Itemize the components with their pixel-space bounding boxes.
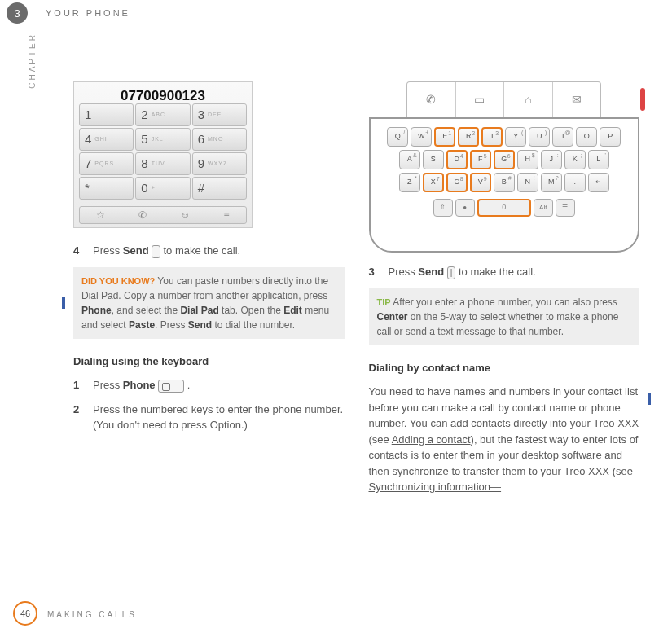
spacebar-key: 0 — [477, 199, 531, 217]
step-text: Press the numbered keys to enter the pho… — [93, 402, 345, 433]
keyboard-space-row: ⇧ ● 0 Alt ☰ — [433, 199, 575, 217]
text: Paste — [129, 319, 155, 331]
keyboard-key: 'L — [588, 150, 609, 169]
keyboard-key: +W — [411, 127, 432, 147]
step-number: 2 — [73, 402, 85, 433]
text: . — [184, 379, 190, 391]
callout-tick-icon — [648, 393, 651, 405]
text: to make the call. — [455, 266, 535, 278]
text: . Press — [155, 319, 188, 331]
dialpad-key: 4GHI — [79, 128, 134, 151]
keyboard-key: #B — [494, 173, 515, 192]
keyboard-key: O — [576, 127, 597, 147]
callout-tick-icon — [62, 297, 65, 309]
step-4: 4 Press Send | to make the call. — [73, 243, 345, 259]
dialpad-key: 5JKL — [135, 128, 190, 151]
heading-dialing-keyboard: Dialing using the keyboard — [73, 354, 345, 370]
dialpad-key: 0+ — [135, 177, 190, 200]
keyboard-illustration: ✆ ▭ ⌂ ✉ /Q+W1E2R3T(Y)U@IOP &A-S4D5F6G$H:… — [369, 81, 640, 253]
right-column: ✆ ▭ ⌂ ✉ /Q+W1E2R3T(Y)U@IOP &A-S4D5F6G$H:… — [369, 81, 640, 588]
star-icon: ☆ — [96, 208, 105, 222]
send-icon: | — [447, 266, 456, 279]
dialpad-screenshot: 07700900123 12ABC3DEF4GHI5JKL6MNO7PQRS8T… — [73, 81, 253, 228]
left-column: 07700900123 12ABC3DEF4GHI5JKL6MNO7PQRS8T… — [73, 81, 345, 588]
keyboard-key: :J — [541, 150, 562, 169]
keyboard-key: &A — [399, 150, 420, 169]
page-number-badge: 46 — [13, 601, 37, 626]
keyboard-top-buttons: ✆ ▭ ⌂ ✉ — [406, 81, 601, 117]
step-text: Press Send | to make the call. — [93, 243, 345, 259]
text: Send — [188, 319, 212, 331]
dialpad-key: 2ABC — [135, 103, 190, 126]
dialpad-key: 6MNO — [192, 128, 247, 151]
text: Edit — [283, 305, 302, 316]
keyboard-key: /Q — [387, 127, 408, 147]
text: Phone — [81, 305, 112, 316]
step-text: Press Phone . — [93, 377, 345, 393]
send-icon: | — [152, 245, 160, 258]
heading-dialing-contact: Dialing by contact name — [369, 360, 640, 376]
dialpad-key: 3DEF — [192, 103, 247, 126]
dialpad-key: 9WXYZ — [192, 152, 247, 175]
tip-label: TIP — [377, 297, 391, 307]
keyboard-key: )U — [529, 127, 550, 147]
keyboard-row-2: &A-S4D5F6G$H:J;K'L — [399, 150, 609, 169]
keyboard-key: 9V — [470, 173, 491, 192]
phone-key-icon — [158, 380, 184, 393]
chapter-side-label: CHAPTER — [28, 33, 37, 89]
keyboard-key: (Y — [505, 127, 526, 147]
dialpad-bottom-bar: ☆ ✆ ☺ ≡ — [79, 206, 247, 224]
keyboard-key: ↵ — [588, 173, 609, 192]
keyboard-key: ?M — [541, 173, 562, 192]
power-button-icon — [640, 88, 645, 111]
dialpad-key: 7PQRS — [79, 152, 134, 175]
list-glyph-icon: ≡ — [223, 208, 229, 222]
text: to make the call. — [160, 244, 240, 257]
link-synchronizing[interactable]: Synchronizing information— — [369, 481, 502, 493]
text: to dial the number. — [212, 319, 295, 331]
keyboard-row-1: /Q+W1E2R3T(Y)U@IOP — [387, 127, 621, 147]
alt-key: Alt — [534, 199, 553, 217]
text: After you enter a phone number, you can … — [391, 297, 617, 308]
keyboard-key: ;K — [564, 150, 586, 169]
menu-key-icon: ☰ — [556, 199, 575, 217]
keyboard-key: . — [564, 173, 586, 192]
keyboard-key: 8C — [446, 173, 468, 192]
text: Center — [377, 311, 408, 323]
dialpad-key: # — [192, 177, 247, 200]
people-glyph-icon: ☺ — [180, 208, 190, 222]
text: Press — [93, 244, 123, 257]
chapter-badge: 3 — [7, 2, 28, 24]
phone-glyph-icon: ✆ — [138, 208, 147, 222]
phone-top-icon: ✆ — [407, 82, 456, 117]
step-1: 1 Press Phone . — [73, 377, 345, 393]
send-label: Send — [418, 266, 444, 278]
keyboard-key: 3T — [481, 127, 503, 147]
step-3: 3 Press Send | to make the call. — [369, 264, 640, 280]
step-text: Press Send | to make the call. — [389, 264, 640, 280]
dialpad-grid: 12ABC3DEF4GHI5JKL6MNO7PQRS8TUV9WXYZ*0+# — [79, 103, 247, 200]
footer-section-label: MAKING CALLS — [47, 610, 137, 619]
step-2: 2 Press the numbered keys to enter the p… — [73, 402, 345, 433]
text: Press — [389, 266, 419, 278]
tip-box: TIP After you enter a phone number, you … — [369, 288, 640, 345]
text: Dial Pad — [180, 305, 218, 316]
keyboard-key: 2R — [458, 127, 479, 147]
keyboard-key: @I — [552, 127, 573, 147]
step-number: 4 — [73, 243, 85, 259]
keyboard-key: 6G — [494, 150, 515, 169]
send-label: Send — [123, 244, 149, 257]
dyk-label: DID YOU KNOW? — [81, 276, 155, 286]
dialpad-key: 1 — [79, 103, 134, 126]
option-key-icon: ● — [455, 199, 475, 217]
page-footer: 46 MAKING CALLS — [0, 601, 672, 626]
mail-top-icon: ✉ — [553, 82, 601, 117]
dialpad-key: * — [79, 177, 134, 200]
home-top-icon: ⌂ — [504, 82, 553, 117]
keyboard-key: 4D — [446, 150, 468, 169]
link-adding-contact[interactable]: Adding a contact — [392, 433, 471, 446]
contact-paragraph: You need to have names and numbers in yo… — [369, 384, 640, 495]
keyboard-key: *Z — [399, 173, 420, 192]
text: Press — [93, 379, 123, 391]
keyboard-key: 1E — [434, 127, 455, 147]
